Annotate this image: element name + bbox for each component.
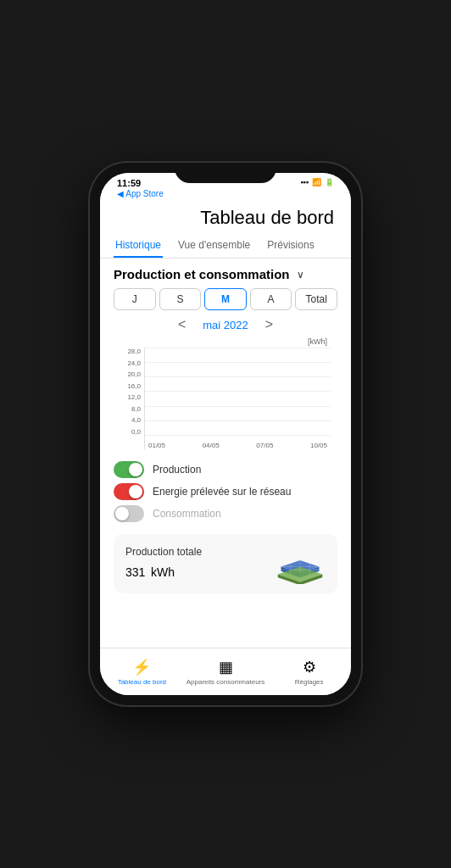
status-icons: ▪▪▪ 📶 🔋 bbox=[300, 178, 334, 186]
stats-number: 331 bbox=[125, 565, 145, 579]
section-title: Production et consommation bbox=[114, 267, 290, 281]
tab-vue-ensemble[interactable]: Vue d'ensemble bbox=[176, 234, 252, 258]
period-a[interactable]: A bbox=[250, 288, 292, 310]
period-m[interactable]: M bbox=[204, 288, 247, 310]
period-buttons: J S M A Total bbox=[114, 288, 337, 310]
battery-icon: 🔋 bbox=[325, 178, 334, 186]
phone-screen: 11:59 ◀ App Store ▪▪▪ 📶 🔋 Tableau de bor… bbox=[100, 173, 351, 695]
legend: Production Energie prélevée sur le résea… bbox=[100, 454, 351, 529]
toggle-production[interactable] bbox=[114, 461, 144, 478]
legend-label-production: Production bbox=[153, 464, 201, 476]
prev-month-button[interactable]: < bbox=[178, 317, 186, 332]
chart-y-axis: 28,0 24,0 20,0 16,0 12,0 8,0 4,0 0,0 bbox=[120, 348, 144, 449]
toggle-consommation[interactable] bbox=[114, 505, 144, 522]
production-section: Production et consommation ∨ J S M A Tot… bbox=[100, 259, 351, 454]
x-label-04: 04/05 bbox=[203, 442, 220, 449]
x-label-10: 10/05 bbox=[310, 442, 327, 449]
nav-dashboard[interactable]: ⚡ Tableau de bord bbox=[100, 658, 184, 686]
solar-panel-icon bbox=[275, 542, 326, 585]
nav-devices[interactable]: ▦ Appareils consommateurs bbox=[184, 658, 268, 686]
chart-area: 28,0 24,0 20,0 16,0 12,0 8,0 4,0 0,0 bbox=[120, 348, 331, 449]
period-j[interactable]: J bbox=[114, 288, 156, 310]
tab-historique[interactable]: Historique bbox=[114, 234, 163, 258]
nav-settings-label: Réglages bbox=[295, 678, 324, 686]
y-label-0: 0,0 bbox=[120, 428, 144, 436]
back-button[interactable]: ◀ App Store bbox=[117, 189, 164, 198]
toggle-knob bbox=[129, 485, 142, 498]
nav-tabs: Historique Vue d'ensemble Prévisions bbox=[100, 234, 351, 259]
chart-unit: [kWh] bbox=[120, 337, 331, 346]
next-month-button[interactable]: > bbox=[265, 317, 273, 332]
toggle-energie[interactable] bbox=[114, 483, 144, 500]
bottom-nav: ⚡ Tableau de bord ▦ Appareils consommate… bbox=[100, 648, 351, 695]
chevron-down-icon[interactable]: ∨ bbox=[297, 269, 304, 281]
toggle-knob bbox=[129, 463, 142, 476]
legend-consommation: Consommation bbox=[114, 505, 337, 522]
dashboard-icon: ⚡ bbox=[132, 658, 151, 676]
y-label-16: 16,0 bbox=[120, 382, 144, 390]
nav-settings[interactable]: ⚙ Réglages bbox=[267, 658, 351, 686]
legend-label-energie: Energie prélevée sur le réseau bbox=[153, 486, 291, 498]
chart-bars bbox=[145, 348, 331, 436]
month-label: mai 2022 bbox=[203, 319, 248, 331]
stats-unit: kWh bbox=[151, 565, 175, 579]
nav-dashboard-label: Tableau de bord bbox=[118, 678, 166, 686]
period-s[interactable]: S bbox=[159, 288, 202, 310]
nav-devices-label: Appareils consommateurs bbox=[187, 678, 264, 686]
chart-x-labels: 01/05 04/05 07/05 10/05 bbox=[145, 442, 331, 449]
y-label-20: 20,0 bbox=[120, 370, 144, 378]
month-nav: < mai 2022 > bbox=[114, 317, 337, 332]
settings-icon: ⚙ bbox=[303, 658, 316, 676]
chart-bars-wrapper: 01/05 04/05 07/05 10/05 bbox=[144, 348, 331, 449]
x-label-07: 07/05 bbox=[256, 442, 273, 449]
page-title: Tableau de bord bbox=[200, 207, 334, 228]
y-label-12: 12,0 bbox=[120, 393, 144, 401]
legend-label-consommation: Consommation bbox=[153, 508, 221, 520]
stats-left: Production totale 331 kWh bbox=[125, 546, 202, 581]
period-total[interactable]: Total bbox=[295, 288, 337, 310]
stats-label: Production totale bbox=[125, 546, 202, 558]
legend-energie: Energie prélevée sur le réseau bbox=[114, 483, 337, 500]
page-header: Tableau de bord bbox=[100, 203, 351, 234]
phone-frame: 11:59 ◀ App Store ▪▪▪ 📶 🔋 Tableau de bor… bbox=[90, 163, 361, 705]
y-label-4: 4,0 bbox=[120, 416, 144, 424]
chart-container: [kWh] 28,0 24,0 20,0 16,0 12,0 8,0 4,0 0… bbox=[114, 337, 337, 449]
x-label-01: 01/05 bbox=[148, 442, 165, 449]
y-label-24: 24,0 bbox=[120, 359, 144, 367]
tab-previsions[interactable]: Prévisions bbox=[265, 234, 315, 258]
toggle-knob bbox=[115, 507, 129, 520]
y-label-8: 8,0 bbox=[120, 405, 144, 413]
section-title-row: Production et consommation ∨ bbox=[114, 267, 337, 281]
y-label-28: 28,0 bbox=[120, 348, 144, 355]
devices-icon: ▦ bbox=[219, 658, 233, 676]
signal-icon: ▪▪▪ bbox=[300, 178, 309, 186]
stats-value: 331 kWh bbox=[125, 558, 202, 581]
legend-production: Production bbox=[114, 461, 337, 478]
main-content: Tableau de bord Historique Vue d'ensembl… bbox=[100, 203, 351, 648]
stats-card: Production totale 331 kWh bbox=[114, 534, 337, 593]
status-time: 11:59 bbox=[117, 178, 164, 188]
wifi-icon: 📶 bbox=[312, 178, 321, 186]
notch bbox=[175, 163, 276, 183]
